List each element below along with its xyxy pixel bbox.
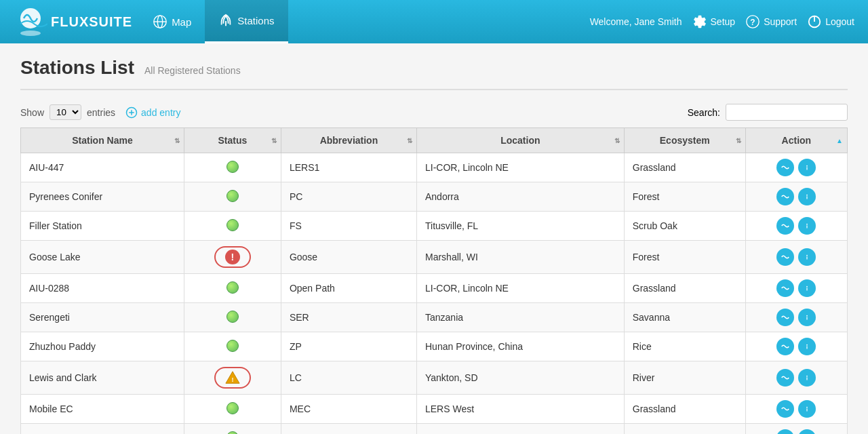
info-button[interactable] xyxy=(798,188,816,205)
table-row: AIU-447LERS1LI-COR, Lincoln NEGrassland xyxy=(21,153,848,182)
power-icon xyxy=(807,14,822,29)
plus-circle-icon xyxy=(125,106,138,119)
cell-abbreviation: LC xyxy=(281,361,416,395)
cell-station-name: Mobile EC xyxy=(21,395,184,424)
cell-location: LI-COR, Lincoln NE xyxy=(416,274,624,303)
action-icons xyxy=(754,248,839,266)
info-button[interactable] xyxy=(798,159,816,176)
wave-button[interactable] xyxy=(776,369,794,387)
action-icons xyxy=(754,369,839,387)
wave-button[interactable] xyxy=(776,309,794,326)
status-green-dot xyxy=(226,311,239,323)
info-button[interactable] xyxy=(798,279,816,297)
svg-rect-18 xyxy=(807,256,808,259)
info-button[interactable] xyxy=(798,429,816,434)
page-subtitle: All Registered Stations xyxy=(144,65,241,76)
info-button[interactable] xyxy=(798,217,816,235)
svg-text:?: ? xyxy=(750,18,755,27)
page-content: Stations List All Registered Stations Sh… xyxy=(0,43,868,434)
cell-ecosystem: Scrub Oak xyxy=(624,212,745,241)
wave-button[interactable] xyxy=(776,338,794,355)
wave-button[interactable] xyxy=(776,400,794,418)
cell-status xyxy=(184,424,281,435)
cell-status xyxy=(184,182,281,212)
col-location[interactable]: Location ⇅ xyxy=(416,128,624,153)
svg-point-15 xyxy=(807,224,808,225)
wave-button[interactable] xyxy=(776,429,794,434)
cell-status xyxy=(184,395,281,424)
cell-abbreviation: MEC xyxy=(281,395,416,424)
svg-rect-12 xyxy=(807,167,808,170)
cell-status xyxy=(184,303,281,332)
sort-arrows-name: ⇅ xyxy=(174,137,180,144)
wave-button[interactable] xyxy=(776,188,794,205)
nav-items: Map Stations xyxy=(139,0,590,43)
cell-station-name: Goose Lake xyxy=(21,241,184,274)
col-status[interactable]: Status ⇅ xyxy=(184,128,281,153)
cell-location: LERS West xyxy=(416,395,624,424)
table-body: AIU-447LERS1LI-COR, Lincoln NEGrasslandP… xyxy=(21,153,848,435)
search-input[interactable] xyxy=(726,104,848,121)
action-icons xyxy=(754,279,839,297)
cell-action xyxy=(745,361,847,395)
action-icons xyxy=(754,309,839,326)
svg-point-11 xyxy=(807,165,808,167)
nav-item-stations[interactable]: Stations xyxy=(205,0,288,43)
action-icons xyxy=(754,217,839,235)
setup-button[interactable]: Setup xyxy=(692,14,736,29)
info-button[interactable] xyxy=(798,248,816,266)
nav-item-map[interactable]: Map xyxy=(139,0,205,43)
search-area: Search: xyxy=(688,104,848,121)
cell-ecosystem: Forest xyxy=(624,241,745,274)
cell-abbreviation: LERS1 xyxy=(281,153,416,182)
col-action[interactable]: Action ▲ xyxy=(745,128,847,153)
svg-rect-27 xyxy=(807,377,808,380)
info-button[interactable] xyxy=(798,369,816,387)
wave-button[interactable] xyxy=(776,248,794,266)
wave-button[interactable] xyxy=(776,217,794,235)
svg-point-21 xyxy=(807,315,808,317)
svg-rect-16 xyxy=(807,225,808,228)
table-row: Zhuzhou PaddyZPHunan Province, ChinaRice xyxy=(21,332,848,361)
status-green-dot xyxy=(226,431,239,435)
show-entries: Show 10 25 50 entries xyxy=(20,104,115,120)
table-row: Pyrenees ConiferPCAndorraForest xyxy=(21,182,848,212)
svg-rect-29 xyxy=(807,408,808,411)
cell-location: Marshall, WI xyxy=(416,241,624,274)
status-green-dot xyxy=(226,161,239,173)
svg-point-1 xyxy=(20,31,41,36)
info-button[interactable] xyxy=(798,309,816,326)
welcome-message: Welcome, Jane Smith xyxy=(590,16,682,27)
status-error-oval: ! xyxy=(214,246,251,268)
logout-button[interactable]: Logout xyxy=(807,14,854,29)
wave-button[interactable] xyxy=(776,159,794,176)
cell-abbreviation: Goose xyxy=(281,241,416,274)
entries-select[interactable]: 10 25 50 xyxy=(50,104,81,120)
cell-location: Arizona xyxy=(416,424,624,435)
col-ecosystem[interactable]: Ecosystem ⇅ xyxy=(624,128,745,153)
cell-abbreviation: SER xyxy=(281,303,416,332)
cell-action xyxy=(745,303,847,332)
status-green-dot xyxy=(226,402,239,414)
svg-rect-20 xyxy=(807,288,808,290)
info-button[interactable] xyxy=(798,338,816,355)
add-entry-button[interactable]: add entry xyxy=(125,106,180,119)
col-abbreviation[interactable]: Abbreviation ⇅ xyxy=(281,128,416,153)
action-icons xyxy=(754,400,839,418)
support-button[interactable]: ? Support xyxy=(745,14,797,29)
cell-action xyxy=(745,153,847,182)
cell-action xyxy=(745,274,847,303)
table-header-row: Station Name ⇅ Status ⇅ Abbreviation ⇅ L… xyxy=(21,128,848,153)
cell-ecosystem: River xyxy=(624,361,745,395)
cell-station-name: Zhuzhou Paddy xyxy=(21,332,184,361)
sort-arrows-ecosystem: ⇅ xyxy=(736,137,741,144)
table-row: AIU-0288Open PathLI-COR, Lincoln NEGrass… xyxy=(21,274,848,303)
wave-button[interactable] xyxy=(776,279,794,297)
status-green-dot xyxy=(226,340,239,352)
cell-action xyxy=(745,424,847,435)
info-button[interactable] xyxy=(798,400,816,418)
cell-station-name: Serengeti xyxy=(21,303,184,332)
cell-ecosystem: Savanna xyxy=(624,303,745,332)
col-station-name[interactable]: Station Name ⇅ xyxy=(21,128,184,153)
cell-ecosystem: Grassland xyxy=(624,274,745,303)
